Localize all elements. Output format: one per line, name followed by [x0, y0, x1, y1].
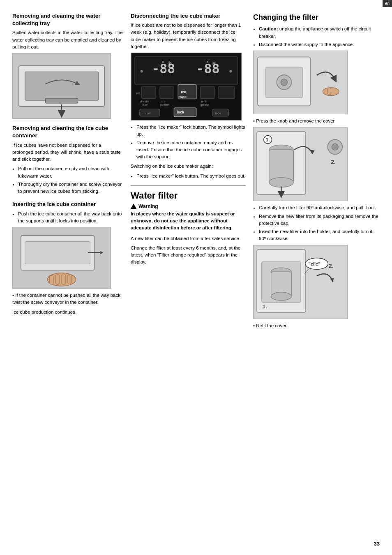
svg-rect-16 — [135, 56, 238, 85]
section-water-tray: Removing and cleaning the water collecti… — [12, 12, 123, 119]
section-disconnect-title: Disconnecting the ice cube maker — [131, 12, 246, 20]
svg-text:1.: 1. — [263, 303, 267, 310]
caution-label: Caution: — [259, 26, 278, 31]
list-item: Pull out the container, empty and clean … — [18, 165, 123, 180]
svg-text:✳: ✳ — [167, 60, 172, 67]
svg-rect-26 — [160, 86, 174, 99]
list-item: Push the ice cube container all the way … — [18, 210, 123, 225]
filter-refit: • Refit the cover. — [253, 322, 380, 329]
list-item: Press “Ice maker” lock button. The symbo… — [136, 173, 246, 180]
svg-text:°: ° — [206, 60, 209, 67]
svg-rect-31 — [219, 86, 235, 99]
list-item: Caution: unplug the appliance or switch … — [259, 25, 380, 40]
filter-image-2: 1. 2. — [253, 127, 348, 201]
tray-image — [12, 53, 111, 119]
section-ice-container-insert-title: Inserting the ice cube container — [12, 201, 123, 208]
warning-body: In places where the water quality is sus… — [131, 210, 246, 232]
svg-text:filter: filter — [143, 104, 148, 106]
column-right: Changing the filter Caution: unplug the … — [253, 12, 380, 335]
section-water-filter-title: Water filter — [131, 190, 246, 201]
svg-text:ck: ck — [178, 110, 181, 114]
section-disconnect-switching: Switching on the ice cube maker again: — [131, 163, 246, 170]
list-item: Remove the ice cube container, empty and… — [136, 139, 246, 161]
list-item: Disconnect the water supply to the appli… — [259, 41, 380, 48]
section-ice-container-insert-footnote1: • If the container cannot be pushed all … — [12, 292, 123, 306]
section-ice-container-insert-list: Push the ice cube container all the way … — [18, 210, 123, 225]
svg-rect-25 — [142, 86, 156, 99]
svg-point-71 — [271, 292, 292, 300]
section-disconnect-body: If ice cubes are not to be dispensed for… — [131, 22, 246, 50]
section-changing-filter: Changing the filter Caution: unplug the … — [253, 12, 380, 329]
section-ice-container-remove-list: Pull out the container, empty and clean … — [18, 165, 123, 195]
section-disconnect: Disconnecting the ice cube maker If ice … — [131, 12, 246, 180]
svg-text:1.: 1. — [266, 137, 270, 143]
svg-rect-9 — [49, 275, 53, 284]
filter-image-1 — [253, 51, 348, 114]
divider — [131, 185, 246, 186]
section-disconnect-bullets2: Press “Ice maker” lock button. The symbo… — [136, 173, 246, 180]
svg-text:"clic": "clic" — [309, 261, 321, 266]
lang-badge: en — [383, 0, 392, 7]
page-number: 33 — [374, 541, 380, 547]
svg-rect-2 — [25, 72, 98, 100]
water-filter-body1: A new filter can be obtained from after-… — [131, 235, 246, 242]
section-ice-container-insert-footnote2: Ice cube production continues. — [12, 309, 123, 316]
svg-text:2.: 2. — [329, 263, 333, 269]
svg-rect-3 — [45, 98, 78, 103]
svg-point-24 — [229, 70, 232, 73]
section-ice-container-remove: Removing and cleaning the ice cube conta… — [12, 125, 123, 195]
svg-rect-12 — [68, 274, 72, 284]
warning-triangle-icon — [131, 204, 136, 209]
svg-text:penser: penser — [160, 104, 169, 107]
svg-text:et: et — [140, 100, 142, 103]
column-left: Removing and cleaning the water collecti… — [12, 12, 123, 335]
section-ice-container-remove-title: Removing and cleaning the ice cube conta… — [12, 125, 123, 139]
svg-text:2.: 2. — [331, 159, 336, 165]
warning-label: Warning — [138, 204, 158, 209]
svg-rect-7 — [25, 241, 90, 264]
section-changing-filter-title: Changing the filter — [253, 12, 380, 22]
water-filter-body2: Change the filter at least every 6 month… — [131, 245, 246, 266]
section-ice-container-remove-body: If ice cubes have not been dispensed for… — [12, 142, 123, 163]
svg-rect-53 — [327, 88, 331, 95]
svg-text:gerator: gerator — [200, 104, 209, 107]
section-water-tray-body: Spilled water collects in the water coll… — [12, 29, 123, 51]
svg-point-58 — [269, 178, 293, 187]
filter-image-3: "clic" 1. 2. — [253, 245, 348, 319]
filter-steps2: Carefully turn the filter 90º anti-clock… — [259, 204, 380, 242]
list-item: Carefully turn the filter 90º anti-clock… — [259, 204, 380, 211]
section-ice-container-insert: Inserting the ice cube container Push th… — [12, 201, 123, 315]
svg-point-23 — [141, 70, 143, 73]
section-water-filter: Water filter Warning In places where the… — [131, 190, 246, 266]
section-water-tray-title: Removing and cleaning the water collecti… — [12, 12, 123, 27]
warning-box: Warning In places where the water qualit… — [131, 204, 246, 232]
ice-container-image — [12, 227, 111, 289]
warning-title: Warning — [131, 204, 246, 209]
list-item: Press the “Ice maker” lock button. The s… — [136, 124, 246, 138]
svg-text:maker: maker — [178, 95, 187, 99]
svg-rect-30 — [200, 86, 214, 99]
column-mid: Disconnecting the ice cube maker If ice … — [131, 12, 246, 335]
svg-text:water: water — [142, 100, 150, 103]
svg-text:per: per — [136, 92, 140, 94]
section-disconnect-bullets1: Press the “Ice maker” lock button. The s… — [136, 124, 246, 160]
display-panel-image: -88 ° ✳ -88 ° ✳ Ice maker — [131, 53, 242, 120]
svg-text:°: ° — [162, 60, 164, 67]
svg-text:✳: ✳ — [212, 60, 217, 67]
svg-text:refri-: refri- — [201, 100, 207, 103]
list-item: Thoroughly dry the container and screw c… — [18, 181, 123, 195]
list-item: Remove the new filter from its packaging… — [259, 213, 380, 227]
filter-step1: • Press the knob and remove the cover. — [253, 118, 380, 125]
svg-point-63 — [332, 144, 338, 150]
svg-text:lock: lock — [215, 111, 221, 115]
svg-rect-10 — [55, 274, 60, 284]
svg-point-51 — [281, 79, 287, 86]
svg-text:reset: reset — [144, 111, 151, 115]
svg-text:Ice: Ice — [181, 90, 186, 94]
page: en Removing and cleaning the water colle… — [0, 0, 392, 555]
list-item: Insert the new filter into the holder, a… — [259, 228, 380, 243]
section-filter-bullets: Caution: unplug the appliance or switch … — [259, 25, 380, 48]
svg-rect-11 — [62, 274, 66, 284]
svg-text:dis-: dis- — [161, 100, 166, 103]
